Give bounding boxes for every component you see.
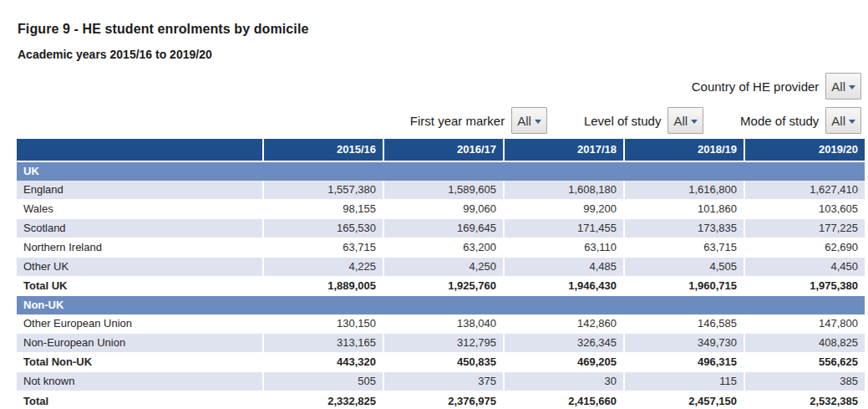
first-year-marker-dropdown[interactable]: All bbox=[511, 107, 547, 134]
dropdown-value: All bbox=[517, 114, 531, 128]
value-cell: 63,715 bbox=[263, 238, 383, 258]
value-cell: 138,040 bbox=[383, 314, 504, 334]
value-cell: 63,715 bbox=[624, 238, 744, 258]
country-of-he-provider-dropdown[interactable]: All bbox=[825, 73, 861, 100]
table-row: Not known50537530115385 bbox=[17, 372, 865, 391]
table-row: Total2,332,8252,376,9752,415,6602,457,15… bbox=[17, 391, 865, 409]
value-cell: 130,150 bbox=[263, 314, 383, 334]
value-cell: 2,532,385 bbox=[744, 391, 865, 409]
table-row: Other UK4,2254,2504,4854,5054,450 bbox=[17, 258, 865, 277]
column-header-year: 2015/16 bbox=[263, 139, 383, 161]
column-header-year: 2016/17 bbox=[383, 139, 504, 161]
value-cell: 443,320 bbox=[263, 353, 383, 372]
value-cell: 313,165 bbox=[263, 334, 383, 353]
row-label: Total Non-UK bbox=[17, 353, 263, 372]
value-cell: 4,485 bbox=[504, 258, 624, 277]
dropdown-value: All bbox=[831, 79, 845, 94]
table-row: Scotland165,530169,645171,455173,835177,… bbox=[17, 219, 865, 238]
row-label: Other European Union bbox=[17, 314, 263, 334]
chevron-down-icon bbox=[691, 120, 698, 124]
value-cell: 385 bbox=[744, 372, 865, 391]
row-label: Other UK bbox=[17, 258, 263, 277]
value-cell: 2,332,825 bbox=[263, 391, 383, 409]
value-cell: 450,835 bbox=[383, 353, 504, 372]
value-cell: 169,645 bbox=[383, 219, 504, 238]
value-cell: 147,800 bbox=[744, 314, 865, 334]
value-cell: 1,627,410 bbox=[744, 181, 865, 200]
value-cell: 30 bbox=[504, 372, 624, 391]
value-cell: 505 bbox=[263, 372, 383, 391]
value-cell: 99,200 bbox=[504, 200, 624, 219]
value-cell: 2,376,975 bbox=[383, 391, 504, 409]
table-header-row: 2015/16 2016/17 2017/18 2018/19 2019/20 bbox=[17, 139, 865, 161]
dropdown-value: All bbox=[673, 114, 688, 128]
value-cell: 103,605 bbox=[744, 200, 865, 219]
filter-mode-of-study: Mode of study All bbox=[740, 107, 861, 134]
filter-label: Country of HE provider bbox=[692, 79, 820, 94]
value-cell: 1,616,800 bbox=[624, 181, 744, 200]
row-label: Total bbox=[17, 391, 263, 409]
column-header-blank bbox=[17, 139, 263, 161]
value-cell: 375 bbox=[383, 372, 504, 391]
value-cell: 1,946,430 bbox=[504, 277, 624, 296]
value-cell: 1,589,605 bbox=[383, 181, 504, 200]
level-of-study-dropdown[interactable]: All bbox=[667, 107, 703, 134]
enrolments-table: 2015/16 2016/17 2017/18 2018/19 2019/20 … bbox=[17, 139, 865, 409]
filter-level-of-study: Level of study All bbox=[584, 107, 703, 134]
filter-label: Mode of study bbox=[740, 114, 819, 128]
value-cell: 4,250 bbox=[383, 258, 504, 277]
value-cell: 4,225 bbox=[263, 258, 383, 277]
chevron-down-icon bbox=[849, 85, 855, 89]
column-header-year: 2017/18 bbox=[504, 139, 624, 161]
chevron-down-icon bbox=[849, 120, 855, 124]
value-cell: 173,835 bbox=[624, 219, 744, 238]
row-label: Total UK bbox=[17, 277, 263, 296]
value-cell: 1,960,715 bbox=[624, 277, 744, 296]
filter-row-top: Country of HE provider All bbox=[692, 73, 861, 100]
value-cell: 469,205 bbox=[504, 353, 624, 372]
value-cell: 312,795 bbox=[383, 334, 504, 353]
table-row: Total Non-UK443,320450,835469,205496,315… bbox=[17, 353, 865, 372]
row-label: Wales bbox=[17, 200, 263, 219]
section-row: UK bbox=[17, 161, 865, 181]
table-row: England1,557,3801,589,6051,608,1801,616,… bbox=[17, 181, 865, 200]
value-cell: 165,530 bbox=[263, 219, 383, 238]
value-cell: 2,415,660 bbox=[504, 391, 624, 409]
value-cell: 1,557,380 bbox=[263, 181, 383, 200]
value-cell: 349,730 bbox=[624, 334, 744, 353]
page-title: Figure 9 - HE student enrolments by domi… bbox=[18, 22, 308, 37]
row-label: Not known bbox=[17, 372, 263, 391]
filter-first-year-marker: First year marker All bbox=[410, 107, 547, 134]
value-cell: 556,625 bbox=[744, 353, 865, 372]
page-subtitle: Academic years 2015/16 to 2019/20 bbox=[18, 48, 212, 61]
value-cell: 115 bbox=[624, 372, 744, 391]
value-cell: 62,690 bbox=[744, 238, 865, 258]
value-cell: 99,060 bbox=[383, 200, 504, 219]
value-cell: 1,975,380 bbox=[744, 277, 865, 296]
filter-label: First year marker bbox=[410, 114, 505, 128]
table-row: Non-European Union313,165312,795326,3453… bbox=[17, 334, 865, 353]
table-row: Total UK1,889,0051,925,7601,946,4301,960… bbox=[17, 277, 865, 296]
section-label: UK bbox=[17, 161, 865, 181]
value-cell: 408,825 bbox=[744, 334, 865, 353]
column-header-year: 2018/19 bbox=[624, 139, 744, 161]
value-cell: 63,110 bbox=[504, 238, 624, 258]
value-cell: 326,345 bbox=[504, 334, 624, 353]
value-cell: 177,225 bbox=[744, 219, 865, 238]
value-cell: 142,860 bbox=[504, 314, 624, 334]
filter-row-bottom: First year marker All Level of study All… bbox=[410, 107, 861, 134]
value-cell: 98,155 bbox=[263, 200, 383, 219]
section-label: Non-UK bbox=[17, 296, 865, 315]
value-cell: 146,585 bbox=[624, 314, 744, 334]
column-header-year: 2019/20 bbox=[744, 139, 865, 161]
value-cell: 2,457,150 bbox=[624, 391, 744, 409]
value-cell: 1,889,005 bbox=[263, 277, 383, 296]
mode-of-study-dropdown[interactable]: All bbox=[825, 107, 861, 134]
value-cell: 171,455 bbox=[504, 219, 624, 238]
dropdown-value: All bbox=[831, 114, 845, 128]
table-body: UKEngland1,557,3801,589,6051,608,1801,61… bbox=[17, 161, 865, 409]
value-cell: 1,925,760 bbox=[383, 277, 504, 296]
row-label: England bbox=[17, 181, 263, 200]
value-cell: 63,200 bbox=[383, 238, 504, 258]
value-cell: 496,315 bbox=[624, 353, 744, 372]
